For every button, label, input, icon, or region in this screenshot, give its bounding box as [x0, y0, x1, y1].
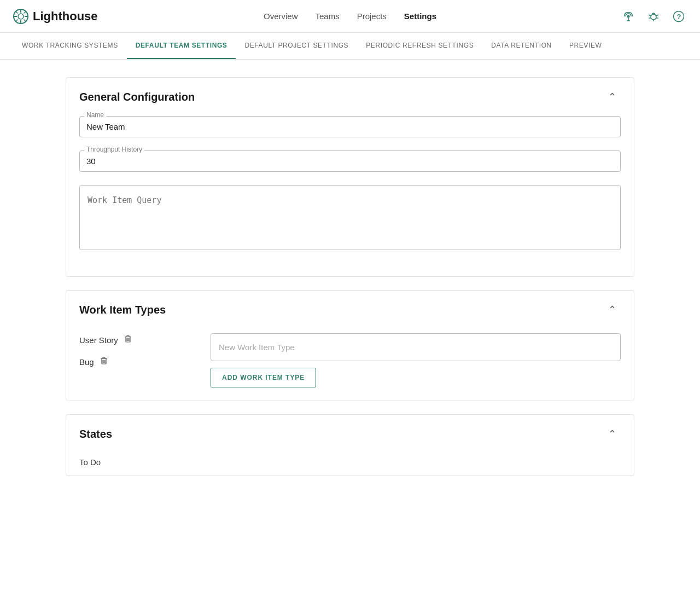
wit-item-user-story: User Story: [79, 333, 189, 346]
main-nav: Overview Teams Projects Settings: [264, 11, 436, 21]
name-field-wrapper: Name: [79, 116, 621, 137]
work-item-types-card: Work Item Types ⌃ User Story: [66, 290, 634, 401]
throughput-field-wrapper: Throughput History: [79, 150, 621, 172]
wit-item-bug: Bug: [79, 355, 189, 368]
svg-line-9: [15, 19, 18, 21]
add-button-label: ADD WORK ITEM TYPE: [222, 374, 305, 381]
bug-icon-button[interactable]: [645, 8, 662, 25]
logo[interactable]: Lighthouse: [13, 9, 98, 24]
tab-periodic-refresh-settings[interactable]: PERIODIC REFRESH SETTINGS: [357, 33, 482, 59]
work-item-types-title: Work Item Types: [79, 304, 166, 316]
app-header: Lighthouse Overview Teams Projects Setti…: [0, 0, 700, 33]
antenna-icon-button[interactable]: [620, 8, 637, 25]
work-item-types-header: Work Item Types ⌃: [66, 291, 634, 329]
tab-default-team-settings[interactable]: DEFAULT TEAM SETTINGS: [127, 33, 236, 59]
svg-text:?: ?: [677, 13, 681, 21]
new-work-item-type-input[interactable]: [211, 333, 621, 361]
nav-settings[interactable]: Settings: [404, 11, 436, 21]
work-item-types-collapse-button[interactable]: ⌃: [604, 302, 621, 318]
work-item-query-field-group: [79, 185, 621, 250]
svg-line-15: [656, 15, 658, 16]
header-actions: ?: [620, 8, 687, 25]
help-icon-button[interactable]: ?: [670, 8, 687, 25]
states-collapse-button[interactable]: ⌃: [604, 426, 621, 442]
svg-point-10: [627, 15, 630, 18]
help-icon: ?: [673, 10, 685, 22]
svg-line-6: [15, 11, 18, 13]
logo-text: Lighthouse: [33, 9, 98, 24]
svg-line-7: [24, 19, 26, 21]
nav-projects[interactable]: Projects: [357, 11, 387, 21]
svg-point-13: [651, 14, 656, 20]
trash-icon: [124, 334, 132, 343]
work-item-query-wrapper: [79, 185, 621, 250]
tabs-bar: WORK TRACKING SYSTEMS DEFAULT TEAM SETTI…: [0, 33, 700, 60]
general-config-body: Name Throughput History: [66, 116, 634, 276]
general-config-card: General Configuration ⌃ Name Throughput …: [66, 77, 634, 277]
lighthouse-logo-icon: [13, 9, 28, 24]
wit-item-user-story-delete[interactable]: [122, 333, 133, 346]
add-work-item-type-button[interactable]: ADD WORK ITEM TYPE: [211, 368, 316, 387]
name-label: Name: [84, 111, 106, 119]
throughput-field-group: Throughput History: [79, 150, 621, 172]
states-header: States ⌃: [66, 415, 634, 453]
svg-line-14: [649, 15, 651, 16]
trash-icon: [100, 356, 108, 365]
wit-item-bug-delete[interactable]: [98, 355, 109, 368]
tab-data-retention[interactable]: DATA RETENTION: [482, 33, 561, 59]
wit-item-bug-label: Bug: [79, 357, 94, 367]
state-todo-label: To Do: [79, 457, 101, 467]
name-field-group: Name: [79, 116, 621, 137]
svg-point-1: [18, 14, 24, 19]
wit-right-panel: ADD WORK ITEM TYPE: [211, 333, 621, 387]
svg-line-8: [24, 11, 26, 13]
nav-overview[interactable]: Overview: [264, 11, 298, 21]
tab-preview[interactable]: PREVIEW: [561, 33, 611, 59]
tab-work-tracking-systems[interactable]: WORK TRACKING SYSTEMS: [13, 33, 127, 59]
wit-list: User Story Bug: [79, 333, 189, 368]
general-config-header: General Configuration ⌃: [66, 78, 634, 116]
wit-item-user-story-label: User Story: [79, 335, 118, 345]
throughput-input[interactable]: [86, 153, 614, 167]
throughput-label: Throughput History: [84, 146, 144, 153]
antenna-icon: [622, 10, 634, 22]
states-card: States ⌃ To Do: [66, 414, 634, 476]
name-input[interactable]: [86, 119, 614, 132]
tab-default-project-settings[interactable]: DEFAULT PROJECT SETTINGS: [236, 33, 357, 59]
states-body: To Do: [66, 453, 634, 476]
work-item-types-body: User Story Bug: [66, 329, 634, 401]
general-config-collapse-button[interactable]: ⌃: [604, 89, 621, 105]
bug-icon: [648, 10, 660, 22]
work-item-query-textarea[interactable]: [88, 192, 612, 241]
main-content: General Configuration ⌃ Name Throughput …: [22, 60, 678, 507]
states-title: States: [79, 428, 112, 441]
nav-teams[interactable]: Teams: [315, 11, 339, 21]
general-config-title: General Configuration: [79, 91, 195, 103]
